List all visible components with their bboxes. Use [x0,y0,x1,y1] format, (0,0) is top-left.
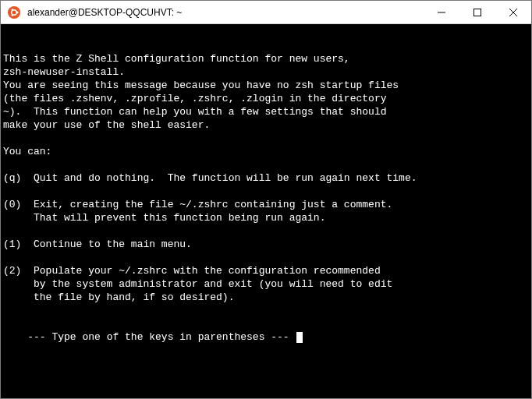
svg-point-3 [12,9,14,11]
terminal-line: You can: [3,145,529,158]
window-title: alexander@DESKTOP-QQCUHVT: ~ [27,7,424,18]
terminal-line [3,158,529,171]
ubuntu-icon [7,5,21,19]
terminal-line [3,132,529,145]
terminal-line: That will prevent this function being ru… [3,211,529,224]
svg-rect-5 [474,9,481,16]
terminal-area[interactable]: This is the Z Shell configuration functi… [1,24,531,398]
terminal-line: by the system administrator and exit (yo… [3,277,529,291]
terminal-line: make your use of the shell easier. [3,118,529,132]
terminal-line [3,304,529,317]
terminal-line: You are seeing this message because you … [3,79,529,92]
minimize-button[interactable] [424,1,459,24]
terminal-line: This is the Z Shell configuration functi… [3,52,529,65]
svg-point-2 [16,11,19,13]
titlebar[interactable]: alexander@DESKTOP-QQCUHVT: ~ [1,1,531,24]
svg-point-0 [8,6,20,19]
terminal-line: (0) Exit, creating the file ~/.zshrc con… [3,198,529,211]
terminal-line: (the files .zshenv, .zprofile, .zshrc, .… [3,92,529,105]
cursor [296,332,303,343]
close-button[interactable] [495,1,531,24]
terminal-output: This is the Z Shell configuration functi… [3,52,529,317]
terminal-line: (1) Continue to the main menu. [3,238,529,251]
terminal-line [3,224,529,238]
terminal-line [3,251,529,264]
terminal-line: zsh-newuser-install. [3,65,529,79]
terminal-line: ~). This function can help you with a fe… [3,105,529,118]
terminal-line: (2) Populate your ~/.zshrc with the conf… [3,264,529,277]
terminal-prompt: --- Type one of the keys in parentheses … [27,331,295,343]
terminal-line: (q) Quit and do nothing. The function wi… [3,171,529,185]
maximize-button[interactable] [459,1,495,24]
terminal-line: the file by hand, if so desired). [3,291,529,304]
terminal-window: alexander@DESKTOP-QQCUHVT: ~ This is the… [0,0,532,399]
svg-point-4 [12,14,14,16]
terminal-line [3,185,529,198]
